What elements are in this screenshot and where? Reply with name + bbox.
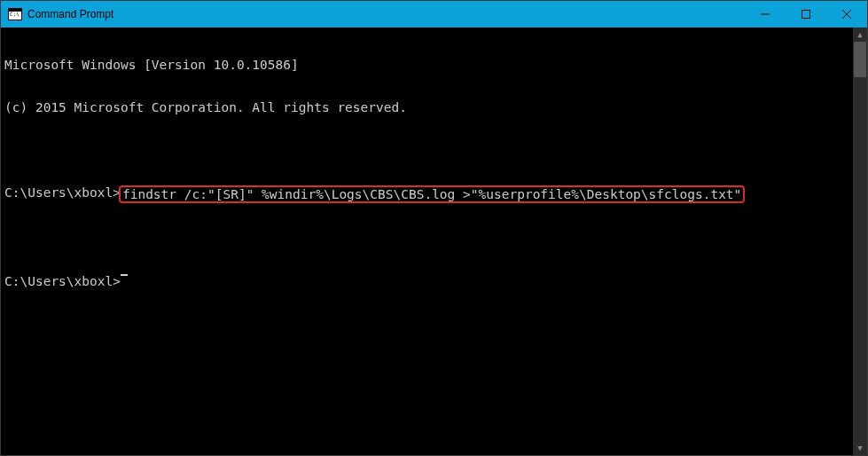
blank-line	[4, 232, 864, 246]
text-cursor	[121, 274, 128, 276]
close-button[interactable]	[826, 1, 867, 28]
maximize-button[interactable]	[786, 1, 826, 28]
command-prompt-window: Command Prompt Microsoft Windows [Versio…	[0, 0, 868, 456]
vertical-scrollbar[interactable]: ▲ ▼	[853, 28, 867, 455]
highlighted-command: findstr /c:"[SR]" %windir%\Logs\CBS\CBS.…	[119, 185, 745, 203]
window-title: Command Prompt	[27, 8, 113, 20]
prompt-prefix: C:\Users\xboxl>	[4, 274, 121, 288]
svg-rect-1	[802, 11, 810, 19]
cmd-icon	[8, 8, 22, 20]
prompt-prefix: C:\Users\xboxl>	[4, 185, 121, 200]
minimize-button[interactable]	[745, 1, 786, 28]
prompt-line-1: C:\Users\xboxl>findstr /c:"[SR]" %windir…	[4, 185, 864, 203]
copyright-line: (c) 2015 Microsoft Corporation. All righ…	[4, 100, 864, 114]
blank-line	[4, 143, 864, 157]
header-line: Microsoft Windows [Version 10.0.10586]	[4, 58, 864, 72]
scroll-up-arrow[interactable]: ▲	[853, 28, 867, 42]
prompt-line-2: C:\Users\xboxl>	[4, 274, 864, 288]
scrollbar-thumb[interactable]	[854, 42, 866, 77]
titlebar[interactable]: Command Prompt	[1, 1, 867, 28]
scroll-down-arrow[interactable]: ▼	[853, 441, 867, 455]
terminal-area[interactable]: Microsoft Windows [Version 10.0.10586] (…	[1, 28, 867, 455]
